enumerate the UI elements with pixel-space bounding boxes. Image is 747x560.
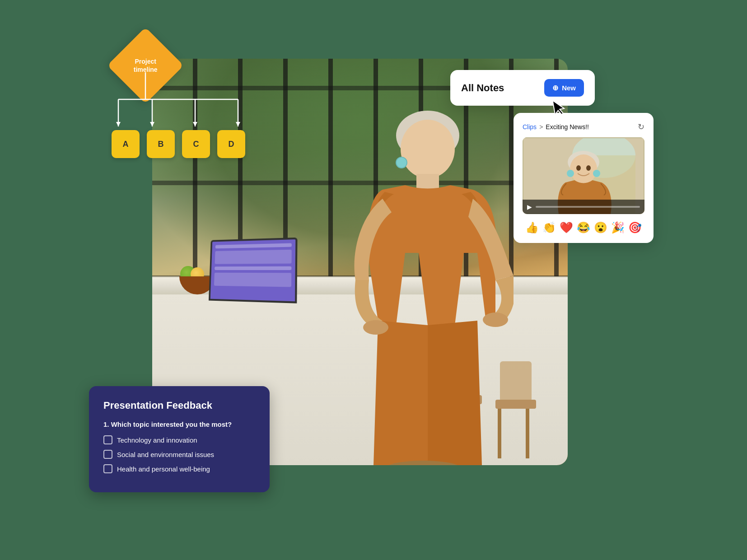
laptop bbox=[206, 238, 315, 311]
feedback-card: Presentation Feedback 1. Which topic int… bbox=[89, 386, 270, 492]
diamond-text: Project timeline bbox=[134, 57, 158, 74]
clips-link[interactable]: Clips bbox=[523, 123, 537, 131]
checkbox-3[interactable] bbox=[103, 464, 112, 473]
refresh-button[interactable]: ↻ bbox=[638, 122, 644, 132]
video-controls: ▶ bbox=[523, 200, 644, 214]
node-a-label: A bbox=[123, 140, 129, 149]
svg-point-4 bbox=[363, 320, 388, 335]
option-3-text: Health and personal well-being bbox=[117, 465, 210, 473]
screen-line-1 bbox=[215, 243, 292, 248]
checkbox-2[interactable] bbox=[103, 450, 112, 459]
reaction-heart[interactable]: ❤️ bbox=[560, 221, 573, 234]
screen-line-2 bbox=[215, 266, 291, 270]
notes-card: All Notes ⊕ New bbox=[450, 70, 595, 106]
play-icon[interactable]: ▶ bbox=[527, 203, 532, 210]
reaction-party[interactable]: 🎉 bbox=[611, 221, 625, 234]
video-thumbnail: ▶ bbox=[523, 137, 644, 214]
svg-marker-24 bbox=[150, 122, 154, 126]
node-d: D bbox=[217, 130, 245, 158]
svg-point-5 bbox=[483, 313, 508, 327]
svg-rect-16 bbox=[526, 409, 529, 458]
new-label: New bbox=[562, 84, 576, 92]
scene: Project timeline A bbox=[80, 32, 667, 528]
breadcrumb-separator: > bbox=[539, 123, 543, 131]
node-a: A bbox=[112, 130, 140, 158]
timeline-container: Project timeline A bbox=[116, 36, 175, 95]
cursor-svg bbox=[551, 98, 568, 117]
notes-title: All Notes bbox=[461, 82, 504, 94]
svg-point-35 bbox=[567, 170, 574, 177]
node-c-label: C bbox=[193, 140, 199, 149]
reaction-wow[interactable]: 😮 bbox=[594, 221, 607, 234]
person-figure bbox=[315, 81, 514, 465]
new-icon: ⊕ bbox=[552, 84, 558, 92]
progress-bar[interactable] bbox=[536, 206, 640, 208]
node-b: B bbox=[147, 130, 175, 158]
diamond-line1: Project bbox=[134, 57, 158, 65]
svg-point-1 bbox=[401, 120, 455, 178]
svg-point-36 bbox=[593, 170, 600, 177]
clip-page-title: Exciting News!! bbox=[546, 123, 589, 131]
clip-breadcrumb: Clips > Exciting News!! ↻ bbox=[523, 122, 644, 132]
svg-marker-25 bbox=[193, 122, 197, 126]
reaction-clap[interactable]: 👏 bbox=[542, 221, 556, 234]
svg-point-33 bbox=[576, 165, 581, 171]
screen-block-1 bbox=[215, 250, 292, 264]
reaction-laugh[interactable]: 😂 bbox=[577, 221, 590, 234]
reactions-row: 👍 👏 ❤️ 😂 😮 🎉 🎯 bbox=[523, 221, 644, 234]
screen-content bbox=[210, 239, 295, 294]
feedback-title: Presentation Feedback bbox=[103, 400, 255, 411]
svg-point-34 bbox=[586, 165, 591, 171]
option-row-1: Technology and innovation bbox=[103, 435, 255, 444]
clip-card: Clips > Exciting News!! ↻ bbox=[514, 113, 654, 243]
option-row-2: Social and environmental issues bbox=[103, 450, 255, 459]
reaction-thumbs-up[interactable]: 👍 bbox=[525, 221, 539, 234]
node-d-label: D bbox=[229, 140, 234, 149]
svg-point-32 bbox=[570, 154, 597, 183]
svg-marker-26 bbox=[236, 122, 240, 126]
option-row-3: Health and personal well-being bbox=[103, 464, 255, 473]
person-svg bbox=[315, 81, 514, 465]
question-label: 1. Which topic interested you the most? bbox=[103, 420, 255, 428]
option-2-text: Social and environmental issues bbox=[117, 451, 214, 458]
reaction-target[interactable]: 🎯 bbox=[628, 221, 642, 234]
svg-point-3 bbox=[396, 157, 407, 168]
laptop-screen bbox=[209, 238, 298, 303]
node-c: C bbox=[182, 130, 210, 158]
screen-block-2 bbox=[214, 273, 291, 287]
svg-marker-23 bbox=[116, 122, 121, 126]
checkbox-1[interactable] bbox=[103, 435, 112, 444]
node-b-label: B bbox=[158, 140, 164, 149]
new-button[interactable]: ⊕ New bbox=[544, 79, 584, 97]
option-1-text: Technology and innovation bbox=[117, 436, 197, 444]
